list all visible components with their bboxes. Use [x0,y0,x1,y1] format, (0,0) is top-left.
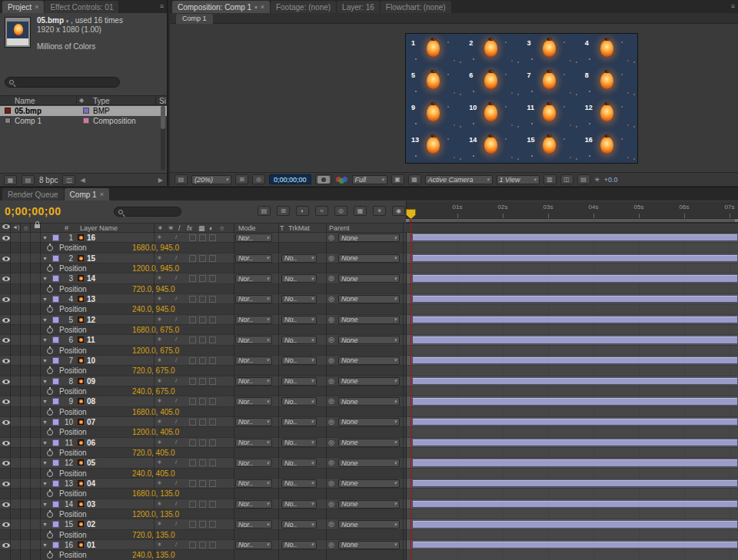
stopwatch-icon[interactable] [47,348,53,354]
parent-pickwhip-icon[interactable]: ◎ [328,459,334,466]
parent-dropdown[interactable]: None ▾ [338,479,400,488]
view-layout-dropdown[interactable]: 1 View ▾ [497,175,540,184]
shy-switch-icon[interactable]: ∗ [157,356,162,363]
motionblur-switch-box[interactable] [209,378,216,385]
parent-dropdown[interactable]: None ▾ [338,541,400,549]
tab-flowchart[interactable]: Flowchart: (none) [381,1,451,13]
visibility-toggle-icon[interactable] [2,482,10,486]
expand-triangle-icon[interactable]: ▼ [42,358,48,363]
mode-dropdown[interactable]: Nor.. ▾ [235,377,272,386]
layer-track[interactable] [406,540,738,550]
project-search-input[interactable] [17,78,115,86]
timeline-toolbar-button-2[interactable]: ⊞ [277,206,290,216]
frameblend-switch-box[interactable] [199,501,206,508]
layer-color-swatch[interactable] [52,542,59,548]
column-layer-name[interactable]: Layer Name [80,224,118,232]
tab-footage[interactable]: Footage: (none) [271,1,336,13]
layer-row[interactable]: ▼ 16 01 ∗ / Nor.. ▾ No.. ▾ ◎ None ▾ [0,540,738,550]
property-row[interactable]: Position 1680.0, 675.0 [0,325,738,335]
layer-name[interactable]: 10 [87,356,95,365]
stopwatch-icon[interactable] [47,471,53,477]
layer-row[interactable]: ▼ 15 02 ∗ / Nor.. ▾ No.. ▾ ◎ None ▾ [0,519,738,529]
property-name[interactable]: Position [59,326,87,334]
frameblend-switch-box[interactable] [199,521,206,528]
layer-color-swatch[interactable] [52,378,59,385]
shy-switch-icon[interactable]: ∗ [157,479,162,486]
mode-dropdown[interactable]: Nor.. ▾ [235,439,272,447]
parent-pickwhip-icon[interactable]: ◎ [328,439,334,446]
property-row[interactable]: Position 240.0, 675.0 [0,386,738,396]
trash-icon[interactable]: ◫ [62,175,75,185]
trkmat-dropdown[interactable]: No.. ▾ [281,479,317,488]
parent-dropdown[interactable]: None ▾ [338,397,400,406]
parent-pickwhip-icon[interactable]: ◎ [328,541,334,548]
column-mode[interactable]: Mode [238,224,256,232]
shy-switch-icon[interactable]: ∗ [157,336,162,343]
audio-column-icon[interactable]: ◄) [12,224,19,230]
property-name[interactable]: Position [59,551,87,559]
parent-pickwhip-icon[interactable]: ◎ [328,397,334,405]
mode-dropdown[interactable]: Nor.. ▾ [235,397,272,406]
project-item-bmp[interactable]: 05.bmp BMP [0,106,167,116]
fx-switch-box[interactable] [189,480,196,487]
property-row[interactable]: Position 1200.0, 405.0 [0,427,738,437]
property-name[interactable]: Position [59,510,87,519]
layer-color-swatch[interactable] [52,521,59,528]
layer-row[interactable]: ▼ 8 09 ∗ / Nor.. ▾ No.. ▾ ◎ None ▾ [0,376,738,386]
motionblur-switch-box[interactable] [209,398,216,405]
region-of-interest-icon[interactable]: ▣ [391,174,404,184]
timeline-toolbar-button-8[interactable]: ◉ [392,206,405,216]
frameblend-switch-box[interactable] [199,459,206,466]
layer-name[interactable]: 06 [87,439,95,447]
trkmat-dropdown[interactable]: No.. ▾ [281,459,317,467]
layer-row[interactable]: ▼ 6 11 ∗ / Nor.. ▾ No.. ▾ ◎ None ▾ [0,335,738,345]
layer-color-swatch[interactable] [52,459,59,466]
motionblur-switch-box[interactable] [209,542,216,548]
zoom-dropdown[interactable]: (20%) ▾ [191,175,231,184]
layer-name[interactable]: 09 [87,377,95,386]
layer-name[interactable]: 11 [87,336,95,344]
timeline-toolbar-button-6[interactable]: ▦ [354,206,367,216]
parent-pickwhip-icon[interactable]: ◎ [328,520,334,528]
visibility-toggle-icon[interactable] [2,399,10,404]
expand-triangle-icon[interactable]: ▼ [42,440,48,446]
layer-row[interactable]: ▼ 1 16 ∗ / Nor.. ▾ ▾ ◎ None ▾ [0,233,738,243]
fx-switch-box[interactable] [189,336,196,343]
fx-switch-box[interactable] [189,275,196,282]
quality-switch-icon[interactable]: / [175,356,177,363]
video-column-icon[interactable] [2,224,10,229]
quality-switch-icon[interactable]: / [175,439,177,446]
close-icon[interactable]: × [35,4,38,11]
layer-name[interactable]: 07 [87,418,95,426]
bit-depth-button[interactable]: 8 bpc [39,176,58,184]
layer-row[interactable]: ▼ 13 04 ∗ / Nor.. ▾ No.. ▾ ◎ None ▾ [0,479,738,489]
fx-switch-box[interactable] [189,542,196,548]
shy-switch-icon[interactable]: ∗ [157,397,162,404]
motionblur-switch-box[interactable] [209,501,216,508]
parent-dropdown[interactable]: None ▾ [338,500,400,509]
expand-triangle-icon[interactable]: ▼ [42,337,48,343]
project-item-comp[interactable]: Comp 1 Composition [0,116,167,126]
parent-pickwhip-icon[interactable]: ◎ [328,377,334,385]
layer-row[interactable]: ▼ 9 08 ∗ / Nor.. ▾ No.. ▾ ◎ None ▾ [0,396,738,406]
tab-comp1-timeline[interactable]: Comp 1 × [65,188,109,200]
property-row[interactable]: Position 1680.0, 405.0 [0,407,738,417]
layer-row[interactable]: ▼ 3 14 ∗ / Nor.. ▾ No.. ▾ ◎ None ▾ [0,273,738,283]
layer-duration-bar[interactable] [412,397,738,405]
quality-switch-icon[interactable]: / [175,316,177,323]
stopwatch-icon[interactable] [47,389,53,395]
panel-menu-icon[interactable]: ≡ [160,2,164,10]
mode-dropdown[interactable]: Nor.. ▾ [235,541,272,549]
property-name[interactable]: Position [59,305,87,313]
property-row[interactable]: Position 1680.0, 945.0 [0,243,738,253]
trkmat-dropdown[interactable]: No.. ▾ [281,254,317,263]
parent-pickwhip-icon[interactable]: ◎ [328,234,334,241]
property-name[interactable]: Position [59,531,87,539]
shy-switch-icon[interactable]: ∗ [157,418,162,425]
fx-switch-box[interactable] [189,316,196,323]
property-row[interactable]: Position 720.0, 135.0 [0,530,738,540]
expand-triangle-icon[interactable]: ▼ [42,502,48,507]
shy-switch-icon[interactable]: ∗ [157,254,162,261]
layer-color-swatch[interactable] [52,357,59,364]
visibility-toggle-icon[interactable] [2,338,10,343]
